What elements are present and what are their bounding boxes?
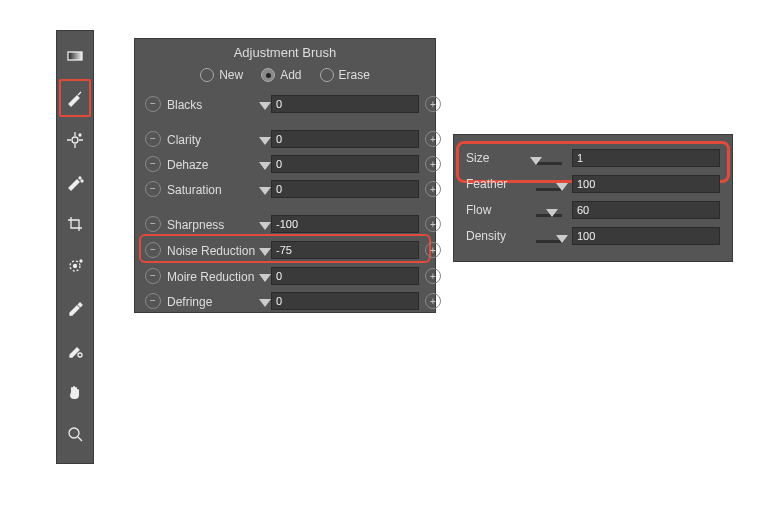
adjustment-brush-panel: Adjustment Brush NewAddErase −Blacks+−Cl…	[134, 38, 436, 313]
brush-slider[interactable]	[536, 147, 562, 169]
slider-thumb-icon[interactable]	[259, 102, 271, 110]
slider-thumb-icon[interactable]	[259, 299, 271, 307]
slider-row-blacks: −Blacks+	[135, 90, 435, 115]
increase-button[interactable]: +	[425, 156, 441, 172]
value-input[interactable]	[271, 267, 419, 285]
slider-thumb-icon[interactable]	[556, 235, 568, 243]
spot-clean-tool[interactable]	[59, 163, 91, 201]
slider-label: Saturation	[167, 181, 259, 197]
value-input[interactable]	[271, 180, 419, 198]
svg-point-3	[79, 177, 81, 179]
slider-row-defringe: −Defringe+	[135, 287, 435, 312]
radio-label: Erase	[339, 68, 370, 82]
brush-value-input[interactable]	[572, 227, 720, 245]
increase-button[interactable]: +	[425, 181, 441, 197]
brush-label: Feather	[466, 177, 526, 191]
slider-thumb-icon[interactable]	[259, 187, 271, 195]
increase-button[interactable]: +	[425, 293, 441, 309]
svg-point-2	[79, 134, 81, 136]
brush-label: Size	[466, 151, 526, 165]
eyedropper-tool[interactable]	[59, 289, 91, 327]
brush-row-size: Size	[464, 143, 722, 169]
radio-icon	[261, 68, 275, 82]
color-sampler-tool[interactable]	[59, 331, 91, 369]
slider-thumb-icon[interactable]	[259, 222, 271, 230]
brush-slider[interactable]	[536, 225, 562, 247]
value-input[interactable]	[271, 155, 419, 173]
decrease-button[interactable]: −	[145, 216, 161, 232]
value-input[interactable]	[271, 130, 419, 148]
radio-icon	[200, 68, 214, 82]
brush-row-feather: Feather	[464, 169, 722, 195]
radial-tool[interactable]	[59, 247, 91, 285]
increase-button[interactable]: +	[425, 268, 441, 284]
value-input[interactable]	[271, 215, 419, 233]
svg-point-8	[78, 353, 82, 357]
slider-thumb-icon[interactable]	[259, 137, 271, 145]
mode-radio-new[interactable]: New	[200, 68, 243, 82]
decrease-button[interactable]: −	[145, 181, 161, 197]
slider-thumb-icon[interactable]	[546, 209, 558, 217]
target-adjust-tool[interactable]	[59, 121, 91, 159]
slider-label: Dehaze	[167, 156, 259, 172]
slider-label: Noise Reduction	[167, 242, 259, 258]
slider-label: Defringe	[167, 293, 259, 309]
slider-thumb-icon[interactable]	[259, 248, 271, 256]
svg-point-9	[69, 428, 79, 438]
increase-button[interactable]: +	[425, 216, 441, 232]
value-input[interactable]	[271, 95, 419, 113]
brush-label: Density	[466, 229, 526, 243]
increase-button[interactable]: +	[425, 131, 441, 147]
zoom-tool[interactable]	[59, 415, 91, 453]
brush-value-input[interactable]	[572, 149, 720, 167]
hand-tool[interactable]	[59, 373, 91, 411]
svg-point-6	[74, 265, 77, 268]
brush-label: Flow	[466, 203, 526, 217]
slider-thumb-icon[interactable]	[259, 162, 271, 170]
brush-slider[interactable]	[536, 199, 562, 221]
value-input[interactable]	[271, 241, 419, 259]
vertical-toolbar	[56, 30, 94, 464]
slider-row-noise-reduction: −Noise Reduction+	[141, 236, 429, 261]
brush-row-density: Density	[464, 221, 722, 247]
brush-settings-panel: SizeFeatherFlowDensity	[453, 134, 733, 262]
slider-row-dehaze: −Dehaze+	[135, 150, 435, 175]
slider-thumb-icon[interactable]	[530, 157, 542, 165]
increase-button[interactable]: +	[425, 96, 441, 112]
radio-label: New	[219, 68, 243, 82]
slider-row-clarity: −Clarity+	[135, 125, 435, 150]
radio-icon	[320, 68, 334, 82]
value-input[interactable]	[271, 292, 419, 310]
slider-label: Sharpness	[167, 216, 259, 232]
slider-label: Clarity	[167, 131, 259, 147]
slider-row-sharpness: −Sharpness+	[135, 210, 435, 235]
brush-slider[interactable]	[536, 173, 562, 195]
decrease-button[interactable]: −	[145, 293, 161, 309]
mode-radio-add[interactable]: Add	[261, 68, 301, 82]
increase-button[interactable]: +	[425, 242, 441, 258]
panel-title: Adjustment Brush	[135, 39, 435, 66]
brush-row-flow: Flow	[464, 195, 722, 221]
decrease-button[interactable]: −	[145, 242, 161, 258]
decrease-button[interactable]: −	[145, 156, 161, 172]
decrease-button[interactable]: −	[145, 268, 161, 284]
brush-value-input[interactable]	[572, 175, 720, 193]
radio-label: Add	[280, 68, 301, 82]
decrease-button[interactable]: −	[145, 131, 161, 147]
gradient-tool[interactable]	[59, 37, 91, 75]
svg-point-4	[81, 180, 83, 182]
svg-point-7	[80, 260, 82, 262]
brush-value-input[interactable]	[572, 201, 720, 219]
svg-point-1	[72, 137, 78, 143]
slider-label: Moire Reduction	[167, 268, 259, 284]
slider-row-moire-reduction: −Moire Reduction+	[135, 262, 435, 287]
slider-thumb-icon[interactable]	[259, 274, 271, 282]
svg-rect-0	[68, 52, 82, 60]
slider-label: Blacks	[167, 96, 259, 112]
crop-tool[interactable]	[59, 205, 91, 243]
mode-radio-erase[interactable]: Erase	[320, 68, 370, 82]
decrease-button[interactable]: −	[145, 96, 161, 112]
slider-thumb-icon[interactable]	[556, 183, 568, 191]
brush-tool[interactable]	[59, 79, 91, 117]
brush-mode-row: NewAddErase	[135, 66, 435, 90]
